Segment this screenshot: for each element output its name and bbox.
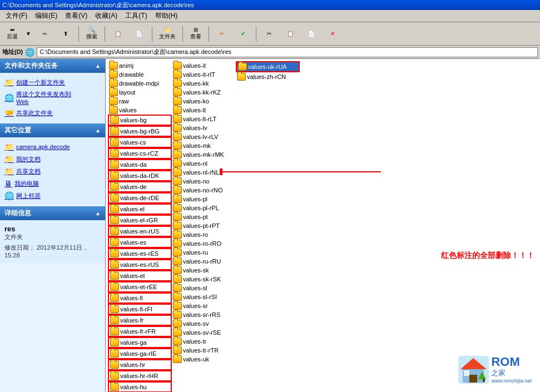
copy-button[interactable]: 📄 xyxy=(129,24,149,44)
list-item[interactable]: values-pl-rPL xyxy=(172,204,236,212)
list-item[interactable]: values-ru xyxy=(172,248,236,257)
list-item[interactable]: values-cs xyxy=(108,137,172,148)
task-header[interactable]: 文件和文件夹任务 ▲ xyxy=(0,59,105,73)
task-link-2[interactable]: 🤝 共享此文件夹 xyxy=(4,107,101,119)
list-item[interactable]: values-fi-rFI xyxy=(108,304,172,315)
list-item[interactable]: values-sk xyxy=(172,266,236,275)
list-item[interactable]: values-es-rUS xyxy=(108,259,172,270)
menu-help[interactable]: 帮助(H) xyxy=(152,10,181,22)
list-item[interactable]: values-et-rEE xyxy=(108,281,172,292)
list-item[interactable]: values-ga-rIE xyxy=(108,348,172,359)
list-item[interactable]: raw xyxy=(108,97,172,106)
edit2-button[interactable]: ✔ xyxy=(233,24,253,44)
list-item[interactable]: values-da xyxy=(108,159,172,170)
list-item[interactable]: values-sv xyxy=(172,319,236,328)
address-input[interactable] xyxy=(37,47,538,57)
list-item[interactable]: values-sr-rRS xyxy=(172,310,236,319)
paste-button[interactable]: 📋 xyxy=(280,24,300,44)
menu-edit[interactable]: 编辑(E) xyxy=(32,10,61,22)
list-item[interactable]: drawable-mdpi xyxy=(108,79,172,88)
list-item[interactable]: values-sv-rSE xyxy=(172,328,236,337)
list-item[interactable]: values-no-rNO xyxy=(172,186,236,195)
list-item[interactable]: values-de xyxy=(108,181,172,192)
task-link-1[interactable]: 🌐 将这个文件夹发布到Web xyxy=(4,88,101,107)
list-item[interactable]: values-mk xyxy=(172,141,236,150)
list-item[interactable]: values-nl xyxy=(172,159,236,168)
list-item[interactable]: values-ro-rRO xyxy=(172,239,236,248)
list-item[interactable]: animj xyxy=(108,61,172,70)
list-item[interactable]: values-es-rES xyxy=(108,248,172,259)
list-item[interactable]: values-mk-rMK xyxy=(172,150,236,159)
list-item[interactable]: values-ga xyxy=(108,337,172,348)
list-item[interactable]: values-fr-rFR xyxy=(108,326,172,337)
menu-view[interactable]: 查看(V) xyxy=(62,10,91,22)
list-item[interactable]: values-lt-rLT xyxy=(172,115,236,123)
list-item[interactable]: values-lt xyxy=(172,106,236,115)
list-item[interactable]: values-kk-rKZ xyxy=(172,88,236,97)
back-button[interactable]: ⬅ 后退 xyxy=(2,24,22,44)
other-link-3[interactable]: 🖥 我的电脑 xyxy=(4,177,101,190)
list-item[interactable]: values-fi xyxy=(108,292,172,304)
list-item[interactable]: values-sl-rSI xyxy=(172,292,236,301)
other-link-1[interactable]: 📁 我的文档 xyxy=(4,153,101,165)
list-item[interactable]: values-pt xyxy=(172,212,236,221)
list-item[interactable]: values-et xyxy=(108,270,172,281)
list-item[interactable]: values-tr xyxy=(172,337,236,346)
menu-favorites[interactable]: 收藏(A) xyxy=(92,10,121,22)
list-item[interactable]: values-ro xyxy=(172,230,236,239)
delete-button[interactable]: ✕ xyxy=(323,24,343,44)
list-item[interactable]: values-es xyxy=(108,237,172,248)
forward-button[interactable]: ➡ xyxy=(34,24,55,44)
list-item[interactable]: values-hr-rHR xyxy=(108,370,172,381)
list-item[interactable]: values-el-rGR xyxy=(108,215,172,226)
back-arrow-button[interactable]: ▼ xyxy=(23,24,33,44)
edit1-button[interactable]: ✏ xyxy=(212,24,232,44)
list-item[interactable]: values-tr-rTR xyxy=(172,346,236,355)
list-item[interactable]: values-no xyxy=(172,177,236,186)
other-link-2[interactable]: 📁 共享文档 xyxy=(4,165,101,177)
list-item[interactable]: values-zh-rCN xyxy=(236,72,300,81)
cut-button[interactable]: ✂ xyxy=(259,24,279,44)
list-item[interactable]: values-hr xyxy=(108,359,172,370)
list-item[interactable]: values-bg-rBG xyxy=(108,126,172,137)
search-button[interactable]: 🔍 搜索 xyxy=(82,24,102,44)
other-header[interactable]: 其它位置 ▲ xyxy=(0,123,105,137)
list-item[interactable]: values-sl xyxy=(172,284,236,292)
paste2-button[interactable]: 📄 xyxy=(301,24,321,44)
list-item[interactable]: values-de-rDE xyxy=(108,192,172,204)
folders-button[interactable]: 📁 文件夹 xyxy=(155,24,180,44)
menu-file[interactable]: 文件(F) xyxy=(2,10,31,22)
list-item[interactable]: values-uk-rUA xyxy=(236,61,300,72)
task-link-0[interactable]: 📁 创建一个新文件夹 xyxy=(4,76,101,88)
list-item[interactable]: values-ru-rRU xyxy=(172,257,236,266)
menu-tools[interactable]: 工具(T) xyxy=(122,10,150,22)
list-item[interactable]: values-el xyxy=(108,204,172,215)
list-item[interactable]: values-en-rUS xyxy=(108,226,172,237)
list-item[interactable]: values-bg xyxy=(108,115,172,126)
list-item[interactable]: drawable xyxy=(108,70,172,79)
other-link-4[interactable]: 🌐 网上邻居 xyxy=(4,190,101,202)
list-item[interactable]: values-it xyxy=(172,61,236,70)
list-item[interactable]: values-fr xyxy=(108,315,172,326)
folder-icon xyxy=(110,316,119,324)
list-item[interactable]: values-lv-rLV xyxy=(172,132,236,141)
list-item[interactable]: values-lv xyxy=(172,123,236,132)
up-button[interactable]: ⬆ xyxy=(56,24,76,44)
list-item[interactable]: values-hu xyxy=(108,381,172,392)
list-item[interactable]: values-it-rIT xyxy=(172,70,236,79)
views-button[interactable]: ⊞ 查看 xyxy=(186,24,206,44)
detail-header[interactable]: 详细信息 ▲ xyxy=(0,206,105,220)
list-item[interactable]: values-uk xyxy=(172,355,236,364)
list-item[interactable]: values-pt-rPT xyxy=(172,221,236,230)
list-item[interactable]: values-cs-rCZ xyxy=(108,148,172,159)
list-item[interactable]: values-sr xyxy=(172,301,236,310)
list-item[interactable]: values-da-rDK xyxy=(108,170,172,181)
list-item[interactable]: values-kk xyxy=(172,79,236,88)
list-item[interactable]: values-sk-rSK xyxy=(172,275,236,284)
move-button[interactable]: 📋 xyxy=(108,24,128,44)
list-item[interactable]: values-pl xyxy=(172,195,236,204)
list-item[interactable]: layout xyxy=(108,88,172,97)
other-link-0[interactable]: 📁 camera.apk.decode xyxy=(4,141,101,153)
list-item[interactable]: values-ko xyxy=(172,97,236,106)
list-item[interactable]: values xyxy=(108,106,172,115)
